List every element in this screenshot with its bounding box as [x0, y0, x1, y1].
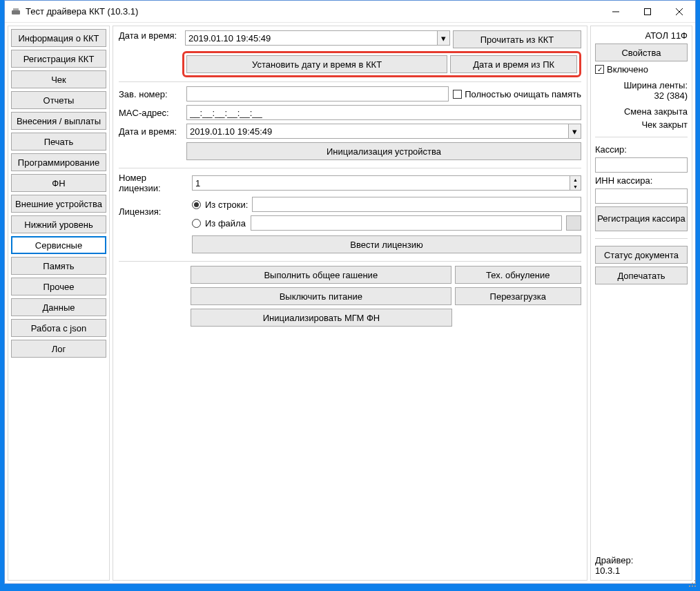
chevron-down-icon[interactable]: ▾: [568, 124, 581, 138]
resize-grip[interactable]: [689, 580, 697, 588]
datetime-combo[interactable]: 2019.01.10 19:45:49 ▾: [185, 30, 450, 46]
register-cashier-button[interactable]: Регистрация кассира: [595, 206, 688, 231]
init-mgm-button[interactable]: Инициализировать МГМ ФН: [191, 309, 452, 327]
nav-reports[interactable]: Отчеты: [11, 91, 106, 109]
mac-label: MAC-адрес:: [119, 108, 182, 118]
nav-print[interactable]: Печать: [11, 133, 106, 151]
enabled-label: Включено: [607, 64, 648, 75]
shift-status: Смена закрыта: [595, 106, 688, 117]
main-panel: Дата и время: 2019.01.10 19:45:49 ▾ Проч…: [113, 26, 587, 581]
nav-check[interactable]: Чек: [11, 70, 106, 88]
from-file-label: Из файла: [205, 218, 246, 229]
power-off-button[interactable]: Выключить питание: [191, 287, 451, 305]
sidebar: Информация о ККТ Регистрация ККТ Чек Отч…: [8, 26, 110, 581]
svg-rect-9: [689, 585, 690, 587]
nav-registration[interactable]: Регистрация ККТ: [11, 50, 106, 68]
license-label: Лицензия:: [119, 197, 188, 217]
nav-ext[interactable]: Внешние устройства: [11, 195, 106, 213]
app-icon: [10, 6, 21, 17]
from-string-label: Из строки:: [205, 200, 248, 210]
license-num-input[interactable]: [193, 176, 570, 190]
datetime2-label: Дата и время:: [119, 126, 182, 137]
highlight-box: Установить дату и время в ККТ Дата и вре…: [182, 51, 581, 77]
radio-icon: [192, 200, 201, 209]
checkbox-icon: [595, 65, 604, 74]
tech-reset-button[interactable]: Тех. обнуление: [455, 266, 581, 284]
enabled-check[interactable]: Включено: [595, 64, 688, 75]
nav-program[interactable]: Программирование: [11, 153, 106, 171]
reprint-button[interactable]: Допечатать: [595, 267, 688, 284]
from-string-radio[interactable]: Из строки:: [192, 197, 581, 212]
nav-log[interactable]: Лог: [11, 340, 106, 358]
license-num-spinner[interactable]: ▲ ▼: [192, 175, 581, 191]
svg-rect-11: [694, 585, 696, 587]
zav-nomer-input[interactable]: [186, 86, 449, 101]
properties-button[interactable]: Свойства: [595, 43, 688, 61]
cashier-inn-label: ИНН кассира:: [595, 175, 688, 186]
enter-license-button[interactable]: Ввести лицензию: [192, 235, 581, 253]
nav-pay[interactable]: Внесения / выплаты: [11, 112, 106, 130]
mac-input[interactable]: [186, 105, 581, 120]
spin-up-icon[interactable]: ▲: [570, 176, 581, 183]
zav-nomer-label: Зав. номер:: [119, 89, 182, 99]
nav-memory[interactable]: Память: [11, 257, 106, 275]
from-string-input[interactable]: [252, 197, 581, 212]
tape-width-label: Ширина ленты:: [595, 80, 688, 90]
driver-version: 10.3.1: [595, 565, 688, 576]
nav-service[interactable]: Сервисные: [11, 236, 106, 254]
svg-rect-3: [645, 8, 651, 14]
clear-memory-label: Полностью очищать память: [465, 89, 581, 99]
maximize-button[interactable]: [632, 1, 663, 22]
svg-rect-1: [13, 8, 19, 10]
close-button[interactable]: [663, 1, 695, 22]
svg-rect-8: [694, 583, 696, 584]
read-from-kkt-button[interactable]: Прочитать из ККТ: [453, 30, 581, 48]
from-file-input[interactable]: [251, 215, 562, 231]
nav-json[interactable]: Работа с json: [11, 319, 106, 337]
right-panel: АТОЛ 11Ф Свойства Включено Ширина ленты:…: [590, 26, 692, 581]
svg-rect-0: [12, 10, 20, 14]
svg-rect-7: [692, 583, 693, 584]
model-label: АТОЛ 11Ф: [595, 30, 688, 41]
datetime-value: 2019.01.10 19:45:49: [188, 33, 271, 43]
common-erase-button[interactable]: Выполнить общее гашение: [191, 266, 451, 284]
doc-status-button[interactable]: Статус документа: [595, 246, 688, 264]
datetime2-combo[interactable]: 2019.01.10 19:45:49 ▾: [186, 124, 581, 139]
minimize-button[interactable]: [600, 1, 632, 22]
svg-rect-6: [694, 580, 696, 581]
reboot-button[interactable]: Перезагрузка: [455, 287, 581, 305]
nav-info[interactable]: Информация о ККТ: [11, 29, 106, 47]
set-datetime-button[interactable]: Установить дату и время в ККТ: [186, 55, 447, 73]
init-device-button[interactable]: Инициализация устройства: [186, 142, 581, 160]
radio-icon: [192, 219, 201, 228]
svg-rect-10: [692, 585, 693, 587]
nav-other[interactable]: Прочее: [11, 278, 106, 296]
browse-file-button[interactable]: [566, 215, 581, 231]
nav-low[interactable]: Нижний уровень: [11, 215, 106, 233]
cashier-label: Кассир:: [595, 144, 688, 155]
chevron-down-icon[interactable]: ▾: [437, 31, 449, 45]
cheque-status: Чек закрыт: [595, 119, 688, 130]
tape-width-value: 32 (384): [595, 90, 688, 101]
license-num-label: Номер лицензии:: [119, 173, 188, 193]
nav-fn[interactable]: ФН: [11, 174, 106, 192]
cashier-input[interactable]: [595, 157, 688, 173]
checkbox-icon: [453, 90, 462, 99]
clear-memory-check[interactable]: Полностью очищать память: [453, 89, 581, 99]
spin-down-icon[interactable]: ▼: [570, 183, 581, 190]
titlebar: Тест драйвера ККТ (10.3.1): [5, 1, 695, 23]
nav-data[interactable]: Данные: [11, 298, 106, 316]
driver-text-label: Драйвер:: [595, 555, 688, 565]
cashier-inn-input[interactable]: [595, 188, 688, 204]
datetime2-value: 2019.01.10 19:45:49: [190, 126, 272, 137]
datetime-from-pc-button[interactable]: Дата и время из ПК: [450, 55, 577, 73]
from-file-radio[interactable]: Из файла: [192, 215, 581, 231]
datetime-label: Дата и время:: [119, 30, 182, 48]
window-title: Тест драйвера ККТ (10.3.1): [26, 6, 600, 17]
